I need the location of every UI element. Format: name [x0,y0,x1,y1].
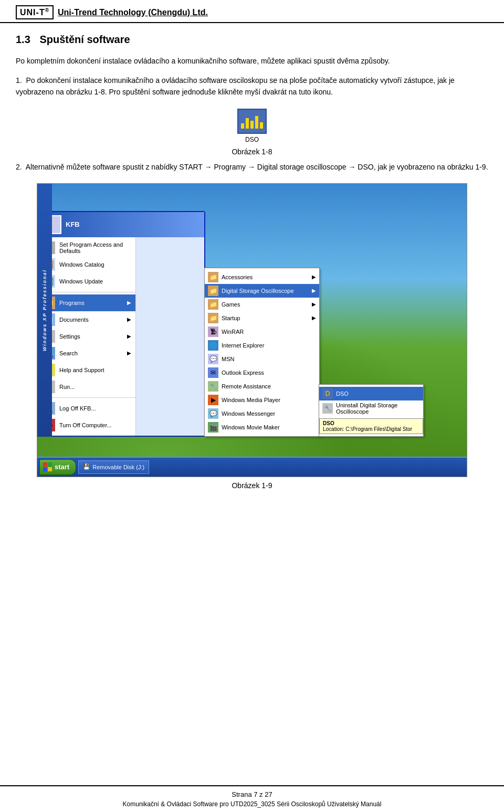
logo-sq-blue [43,467,47,471]
start-menu-label-update: Windows Update [59,278,103,284]
company-name: Uni-Trend Technology (Chengdu) Ltd. [58,8,208,17]
footer-title: Komunikační & Ovládaci Software pro UTD2… [16,800,488,808]
start-menu-item-settings[interactable]: ⚙ Settings ▶ [38,328,135,345]
caption-1-9: Obrázek 1-9 [232,481,272,490]
prog-arrow-startup: ▶ [312,315,316,321]
prog-label-remote: Remote Assistance [222,383,271,389]
prog-icon-mediaplayer: ▶ [208,395,218,405]
programs-item-startup[interactable]: 📁 Startup ▶ [205,311,319,325]
start-menu-right [136,237,204,436]
programs-item-games[interactable]: 📁 Games ▶ [205,298,319,311]
winxp-background: Windows XP Professional KFB [37,184,467,457]
prog-label-mediaplayer: Windows Media Player [222,397,280,403]
prog-icon-accessories: 📁 [208,272,218,282]
start-menu-label-run: Run... [59,384,75,390]
prog-icon-moviemaker: 🎬 [208,422,218,433]
dso-icon-label: DSO [245,136,259,143]
prog-icon-games: 📁 [208,299,218,310]
logo-reg: ® [45,7,49,13]
prog-icon-msn: 💬 [208,354,218,364]
start-menu-item-logoff[interactable]: 👤 Log Off KFB... [38,400,135,417]
header: UNI-T® Uni-Trend Technology (Chengdu) Lt… [0,0,504,23]
start-label: start [55,463,69,471]
start-button[interactable]: start [39,459,76,475]
start-menu-label-documents: Documents [59,317,89,323]
dso-menu-item-uninstall[interactable]: 🔧 Uninstall Digital Storage Oscilloscope [319,400,423,416]
taskbar-removable-disk[interactable]: 💾 Removable Disk (J:) [78,460,149,474]
prog-icon-dso: 📁 [208,286,218,296]
dso-bar-2 [246,118,249,129]
prog-arrow-accessories: ▶ [312,274,316,280]
programs-item-mediaplayer[interactable]: ▶ Windows Media Player [205,393,319,407]
winxp-pro-sidebar: Windows XP Professional [37,184,52,437]
item1-label: 1. [16,76,22,85]
start-menu-label-help: Help and Support [59,367,104,373]
start-menu-item-programs[interactable]: 📁 Programs ▶ [38,294,135,311]
programs-item-ie[interactable]: 🌐 Internet Explorer [205,339,319,352]
prog-icon-messenger: 💬 [208,408,218,419]
item2-paragraph: 2. Alternativně můžete software spustit … [16,161,488,173]
dso-menu-item-dso[interactable]: D DSO [319,387,423,400]
programs-submenu[interactable]: 📁 Accessories ▶ 📁 Digital Storage Oscill… [204,268,320,437]
start-menu-label-programs: Programs [59,300,85,306]
prog-label-games: Games [222,301,240,308]
prog-label-moviemaker: Windows Movie Maker [222,424,280,430]
prog-label-messenger: Windows Messenger [222,410,275,417]
logo-text: UNI-T [20,8,45,17]
start-menu-username: KFB [66,220,80,228]
section-title: 1.3 Spuštění software [16,34,488,46]
start-menu-label-catalog: Windows Catalog [59,261,104,268]
programs-item-winrar[interactable]: 🗜 WinRAR [205,325,319,339]
winxp-screenshot: Windows XP Professional KFB [37,183,467,477]
figure-1-8-container: DSO Obrázek 1-8 [16,109,488,156]
dso-tooltip-label: DSO [323,420,419,426]
prog-label-winrar: WinRAR [222,329,244,335]
start-menu-sep1 [38,292,135,292]
start-menu-item-help[interactable]: ❓ Help and Support [38,362,135,378]
dso-icon-bars [241,114,263,129]
settings-arrow: ▶ [127,333,131,339]
start-menu-item-update[interactable]: 🔄 Windows Update [38,273,135,290]
start-menu-item-documents[interactable]: 📄 Documents ▶ [38,311,135,328]
winxp-start-menu[interactable]: KFB ⚙ Set Program Access and Defaults [37,211,205,437]
start-menu-item-run[interactable]: ▶ Run... [38,378,135,395]
logo-box: UNI-T® [16,5,54,19]
winxp-pro-text: Windows XP Professional [42,269,47,351]
start-menu-item-turnoff[interactable]: ⏻ Turn Off Computer... [38,417,135,434]
dso-tooltip: DSO Location: C:\Program Files\Digital S… [319,418,423,434]
dso-menu-label-dso: DSO [336,391,349,397]
start-menu-left: ⚙ Set Program Access and Defaults 🪟 Wind… [38,237,136,436]
prog-label-outlook: Outlook Express [222,370,264,376]
search-arrow: ▶ [127,350,131,356]
start-menu-label-logoff: Log Off KFB... [59,405,96,412]
programs-item-remote[interactable]: 🔧 Remote Assistance [205,379,319,393]
dso-bar-3 [250,121,254,129]
prog-icon-outlook: ✉ [208,367,218,378]
start-menu-item-search[interactable]: 🔍 Search ▶ [38,345,135,362]
programs-item-outlook[interactable]: ✉ Outlook Express [205,366,319,379]
dso-icon-wrapper: DSO [231,109,273,143]
dso-bar-5 [260,122,263,129]
programs-item-dso[interactable]: 📁 Digital Storage Oscilloscope ▶ [205,284,319,298]
programs-item-moviemaker[interactable]: 🎬 Windows Movie Maker [205,420,319,434]
prog-label-startup: Startup [222,315,240,321]
prog-icon-remote: 🔧 [208,381,218,392]
start-menu-item-catalog[interactable]: 🪟 Windows Catalog [38,256,135,273]
programs-item-messenger[interactable]: 💬 Windows Messenger [205,407,319,420]
item1-paragraph: 1. Po dokončení instalace komunikačního … [16,75,488,98]
start-menu-sep2 [38,397,135,398]
start-menu-item-program-access[interactable]: ⚙ Set Program Access and Defaults [38,239,135,256]
programs-item-accessories[interactable]: 📁 Accessories ▶ [205,270,319,284]
dso-icon-uninstall: 🔧 [322,403,333,414]
winxp-taskbar: start 💾 Removable Disk (J:) [37,457,467,477]
dso-menu[interactable]: D DSO 🔧 Uninstall Digital Storage Oscill… [319,384,424,437]
programs-item-msn[interactable]: 💬 MSN [205,352,319,366]
logo-sq-green [48,462,52,467]
page-footer: Strana 7 z 27 Komunikační & Ovládaci Sof… [0,785,504,812]
prog-icon-startup: 📁 [208,313,218,323]
start-menu-label-search: Search [59,350,78,356]
prog-label-msn: MSN [222,356,234,362]
section-number: 1.3 [16,34,30,45]
taskbar-label-disk: Removable Disk (J:) [92,464,144,470]
prog-label-ie: Internet Explorer [222,342,264,349]
